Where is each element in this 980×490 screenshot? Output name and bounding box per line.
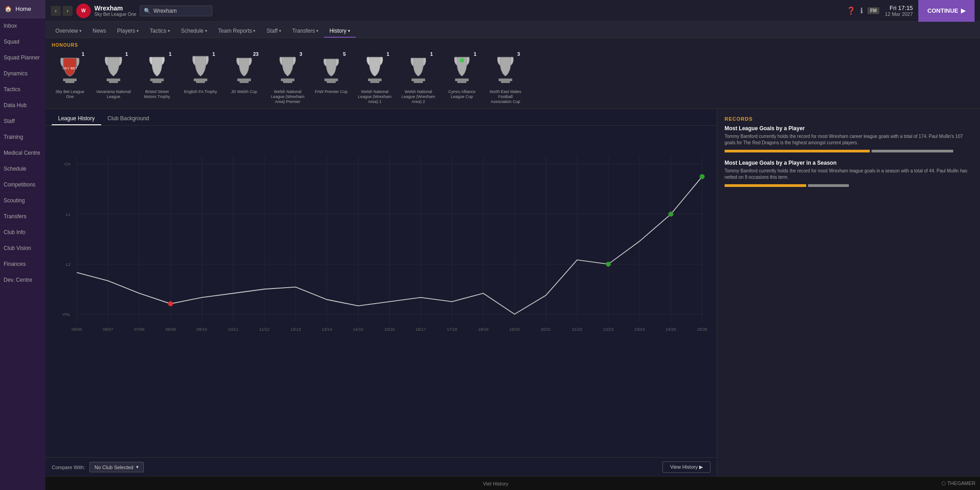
- svg-text:SKY BET: SKY BET: [62, 66, 78, 70]
- svg-rect-23: [499, 78, 512, 81]
- trophy-icon: 23: [230, 51, 259, 88]
- continue-arrow-icon: ▶: [961, 7, 965, 14]
- sidebar-item-data-hub[interactable]: Data Hub: [0, 98, 45, 113]
- honour-name: Bristol Street Motors Trophy: [139, 89, 175, 99]
- trophy-icon: 1 SKY BET: [55, 51, 84, 88]
- trophy-icon: 1: [142, 51, 172, 88]
- sidebar-item-finances[interactable]: Finances: [0, 256, 45, 272]
- trophy-icon: 3: [273, 51, 302, 88]
- honour-item: 1 Welsh National League (Wrexham Area) 2: [400, 51, 436, 104]
- sidebar-item-schedule[interactable]: Schedule: [0, 161, 45, 177]
- sidebar-item-dynamics[interactable]: Dynamics: [0, 66, 45, 82]
- honour-item: 5 FAW Premier Cup: [313, 51, 349, 94]
- svg-text:14/15: 14/15: [353, 328, 363, 332]
- tab-team-reports[interactable]: Team Reports ▾: [213, 25, 261, 38]
- search-box[interactable]: 🔍 Wrexham: [140, 5, 212, 16]
- sidebar-item-squad-planner[interactable]: Squad Planner: [0, 50, 45, 66]
- sidebar-item-dev-centre[interactable]: Dev. Centre: [0, 272, 45, 288]
- topbar-right: ❓ ℹ FM Fri 17:15 12 Mar 2027 CONTINUE ▶: [847, 0, 975, 22]
- compare-section: Compare With: No Club Selected ▾: [52, 462, 144, 472]
- search-icon: 🔍: [144, 8, 151, 14]
- chart-footer: Compare With: No Club Selected ▾ View Hi…: [45, 457, 717, 476]
- tab-tactics[interactable]: Tactics ▾: [144, 25, 176, 38]
- svg-text:08/09: 08/09: [165, 328, 176, 332]
- honour-name: Welsh National League (Wrexham Area) 2: [400, 89, 436, 104]
- sidebar: 🏠 Home Inbox Squad Squad Planner Dynamic…: [0, 0, 45, 490]
- sidebar-item-competitions[interactable]: Competitions: [0, 177, 45, 193]
- sidebar-item-staff[interactable]: Staff: [0, 113, 45, 129]
- record-name: Most League Goals by a Player: [725, 125, 973, 132]
- content-area: HONOURS 1 SKY BET: [45, 38, 980, 476]
- sidebar-item-label: Squad Planner: [4, 54, 39, 61]
- honours-label: HONOURS: [52, 43, 974, 48]
- chart-container: CH L1 L2 VNL 05/06 06/07 07/08 08/09 09/…: [45, 126, 717, 457]
- date-display: Fri 17:15 12 Mar 2027: [885, 5, 913, 17]
- sub-tab-club-background[interactable]: Club Background: [101, 113, 156, 125]
- sidebar-item-training[interactable]: Training: [0, 129, 45, 145]
- tab-overview[interactable]: Overview ▾: [50, 25, 87, 38]
- sidebar-item-label: Dynamics: [4, 70, 28, 77]
- svg-text:19/20: 19/20: [510, 328, 520, 332]
- svg-text:05/06: 05/06: [72, 328, 82, 332]
- svg-text:L1: L1: [66, 212, 70, 217]
- continue-button[interactable]: CONTINUE ▶: [918, 0, 975, 22]
- continue-label: CONTINUE: [927, 7, 958, 14]
- sidebar-item-club-info[interactable]: Club Info: [0, 225, 45, 240]
- honour-name: North East Wales Football Association Cu…: [487, 89, 524, 104]
- tab-news[interactable]: News: [87, 25, 112, 38]
- lower-content: League History Club Background: [45, 109, 980, 476]
- svg-text:21/22: 21/22: [572, 328, 582, 332]
- sidebar-item-tactics[interactable]: Tactics: [0, 82, 45, 98]
- sidebar-item-inbox[interactable]: Inbox: [0, 18, 45, 34]
- svg-text:L2: L2: [66, 262, 70, 267]
- svg-text:06/07: 06/07: [103, 328, 113, 332]
- thegamer-logo: ⬡ THEGAMER: [941, 480, 975, 486]
- svg-text:CH: CH: [64, 162, 70, 167]
- honours-section: HONOURS 1 SKY BET: [45, 38, 980, 109]
- svg-rect-8: [194, 78, 207, 81]
- svg-text:18/19: 18/19: [478, 328, 489, 332]
- honours-list: 1 SKY BET Sky Bet League One: [52, 51, 974, 104]
- svg-rect-6: [150, 78, 164, 81]
- sidebar-item-label: Staff: [4, 118, 15, 124]
- tab-history[interactable]: History ▾: [324, 25, 355, 38]
- nav-back-button[interactable]: ‹: [51, 6, 61, 16]
- sub-tabs: League History Club Background: [45, 109, 717, 126]
- svg-text:22/23: 22/23: [603, 328, 613, 332]
- sidebar-item-squad[interactable]: Squad: [0, 34, 45, 50]
- help-circle-icon[interactable]: ❓: [847, 6, 856, 15]
- svg-rect-16: [368, 78, 382, 81]
- honour-item: 1 SKY BET Sky Bet League One: [52, 51, 88, 99]
- honour-name: Welsh National League (Wrexham Area) 1: [357, 89, 393, 104]
- tab-staff[interactable]: Staff ▾: [261, 25, 286, 38]
- sidebar-item-medical-centre[interactable]: Medical Centre: [0, 145, 45, 161]
- sidebar-item-scouting[interactable]: Scouting: [0, 193, 45, 209]
- sidebar-item-club-vision[interactable]: Club Vision: [0, 240, 45, 256]
- svg-text:20/21: 20/21: [541, 328, 551, 332]
- sidebar-home-item[interactable]: 🏠 Home: [0, 0, 45, 18]
- sub-tab-league-history[interactable]: League History: [52, 113, 101, 125]
- tab-transfers[interactable]: Transfers ▾: [287, 25, 324, 38]
- club-logo: W: [76, 4, 91, 18]
- honour-item: 3 Welsh National League (Wrexham Area) P…: [270, 51, 306, 104]
- info-icon[interactable]: ℹ: [860, 6, 863, 15]
- svg-rect-1: [63, 78, 77, 81]
- view-history-button[interactable]: View History ▶: [662, 461, 710, 473]
- sidebar-item-label: Transfers: [4, 213, 26, 220]
- fm-badge: FM: [867, 7, 879, 14]
- trophy-icon: 1: [360, 51, 389, 88]
- records-section: RECORDS Most League Goals by a Player To…: [725, 116, 973, 194]
- club-name: Wrexham: [94, 5, 136, 12]
- tab-players[interactable]: Players ▾: [112, 25, 144, 38]
- nav-forward-button[interactable]: ›: [63, 6, 73, 16]
- compare-select[interactable]: No Club Selected ▾: [89, 462, 144, 472]
- record-description: Tommy Bamford currently holds the record…: [725, 168, 973, 181]
- tab-schedule[interactable]: Schedule ▾: [176, 25, 213, 38]
- svg-point-75: [606, 262, 611, 267]
- topbar-left: ‹ › W Wrexham Sky Bet League One 🔍 Wrexh…: [51, 4, 212, 18]
- sidebar-item-label: Dev. Centre: [4, 277, 32, 283]
- main-content: ‹ › W Wrexham Sky Bet League One 🔍 Wrexh…: [45, 0, 980, 490]
- svg-rect-18: [412, 78, 425, 81]
- sidebar-item-label: Tactics: [4, 86, 20, 93]
- sidebar-item-transfers[interactable]: Transfers: [0, 209, 45, 225]
